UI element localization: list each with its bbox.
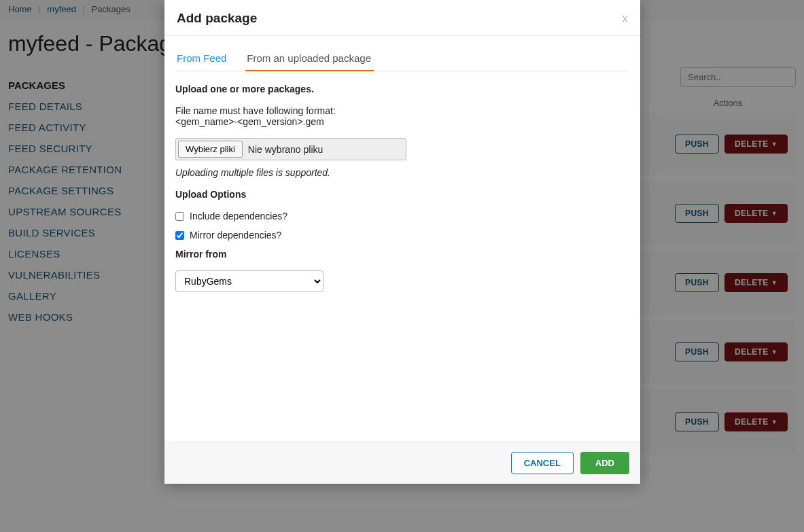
mirror-from-label: Mirror from bbox=[175, 249, 629, 260]
add-package-modal: Add package x From Feed From an uploaded… bbox=[164, 0, 640, 484]
mirror-dependencies-checkbox[interactable] bbox=[175, 231, 184, 240]
file-status: Nie wybrano pliku bbox=[243, 144, 329, 155]
multi-upload-hint: Uploading multiple files is supported. bbox=[175, 167, 629, 178]
include-dependencies-checkbox[interactable] bbox=[175, 212, 184, 221]
choose-files-button[interactable]: Wybierz pliki bbox=[178, 141, 243, 158]
file-input[interactable]: Wybierz pliki Nie wybrano pliku bbox=[175, 138, 406, 160]
close-icon[interactable]: x bbox=[622, 12, 628, 26]
filename-format: File name must have following format: <g… bbox=[175, 105, 629, 127]
add-button[interactable]: ADD bbox=[580, 452, 629, 474]
tab-from-upload[interactable]: From an uploaded package bbox=[245, 48, 372, 71]
include-dependencies-label: Include dependencies? bbox=[190, 211, 287, 221]
upload-options-label: Upload Options bbox=[175, 189, 629, 200]
upload-heading: Upload one or more packages. bbox=[175, 84, 629, 94]
mirror-dependencies-label: Mirror dependencies? bbox=[190, 230, 281, 241]
cancel-button[interactable]: CANCEL bbox=[511, 452, 574, 474]
tab-from-feed[interactable]: From Feed bbox=[175, 48, 228, 71]
mirror-from-select[interactable]: RubyGems bbox=[175, 270, 324, 292]
modal-title: Add package bbox=[177, 11, 257, 26]
